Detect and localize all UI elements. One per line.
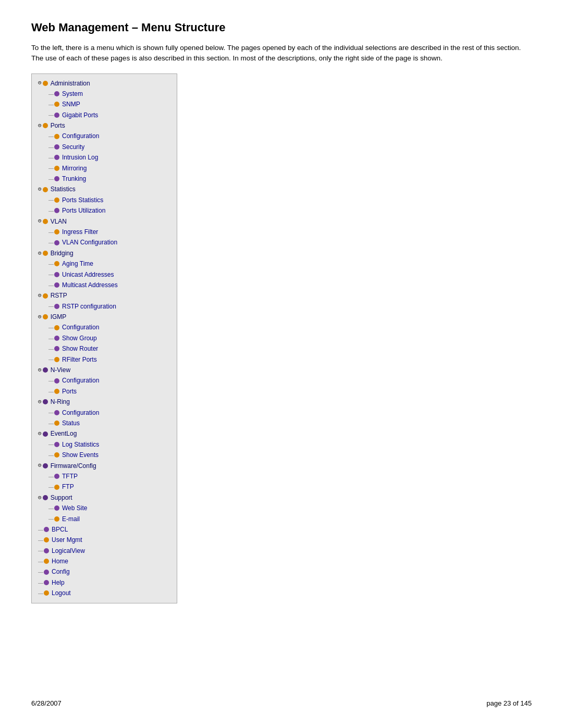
tree-item[interactable]: —Configuration: [38, 131, 170, 141]
bullet: [54, 240, 59, 245]
connector: —: [48, 483, 54, 491]
tree-item[interactable]: —Security: [38, 142, 170, 152]
item-label: Web Site: [62, 503, 87, 513]
tree-item[interactable]: —Show Group: [38, 333, 170, 343]
tree-item[interactable]: ⊝N-View: [38, 365, 170, 375]
connector: —: [48, 408, 54, 417]
tree-item[interactable]: —Home: [38, 556, 170, 566]
bullet: [54, 261, 59, 266]
bullet: [54, 357, 59, 362]
bullet: [54, 134, 59, 139]
tree-item[interactable]: —Logout: [38, 588, 170, 598]
tree-item[interactable]: —Configuration: [38, 375, 170, 386]
connector: —: [48, 376, 54, 385]
connector: —: [38, 578, 43, 587]
bullet: [43, 314, 48, 319]
tree-item[interactable]: ⊝IGMP: [38, 312, 170, 322]
item-label: RFilter Ports: [62, 354, 97, 365]
tree-item[interactable]: ⊝Support: [38, 492, 170, 503]
connector: —: [48, 344, 54, 353]
tree-item[interactable]: —Log Statistics: [38, 439, 170, 450]
tree-item[interactable]: —RSTP configuration: [38, 301, 170, 312]
bullet: [54, 442, 59, 447]
tree-item[interactable]: —Show Router: [38, 343, 170, 354]
tree-item[interactable]: —Aging Time: [38, 258, 170, 269]
tree-item[interactable]: —Show Events: [38, 450, 170, 460]
bullet: [54, 166, 59, 171]
tree-item[interactable]: ⊝Firmware/Config: [38, 461, 170, 471]
item-label: Configuration: [62, 131, 99, 141]
item-label: Config: [52, 566, 70, 577]
tree-item[interactable]: —Ports: [38, 386, 170, 397]
tree-item[interactable]: —SNMP: [38, 99, 170, 109]
tree-item[interactable]: ⊝N-Ring: [38, 397, 170, 407]
tree-item[interactable]: —Config: [38, 566, 170, 577]
item-label: EventLog: [51, 428, 77, 439]
tree-item[interactable]: —Mirroring: [38, 163, 170, 174]
footer-date: 6/28/2007: [31, 699, 62, 707]
item-label: Ports: [62, 386, 77, 397]
tree-item[interactable]: —Configuration: [38, 322, 170, 332]
connector: —: [48, 238, 54, 247]
tree-item[interactable]: —VLAN Configuration: [38, 237, 170, 248]
bullet: [54, 272, 59, 277]
tree-item[interactable]: —E-mail: [38, 514, 170, 524]
connector: —: [48, 164, 54, 172]
tree-item[interactable]: —Intrusion Log: [38, 152, 170, 163]
tree-item[interactable]: ⊝VLAN: [38, 216, 170, 227]
bullet: [54, 176, 59, 181]
connector: —: [48, 260, 54, 268]
item-label: VLAN Configuration: [62, 237, 117, 248]
tree-item[interactable]: —System: [38, 89, 170, 99]
bullet: [44, 559, 49, 564]
item-label: BPCL: [52, 524, 68, 535]
connector: —: [48, 175, 54, 183]
bullet: [54, 336, 59, 341]
item-label: Home: [52, 556, 68, 566]
bullet: [43, 187, 48, 192]
connector: —: [48, 514, 54, 523]
bullet: [54, 505, 59, 511]
connector: —: [38, 536, 43, 545]
bullet: [54, 208, 59, 213]
tree-item[interactable]: —Ports Utilization: [38, 205, 170, 216]
connector: —: [48, 504, 54, 513]
tree-item[interactable]: —Ports Statistics: [38, 195, 170, 205]
tree-item[interactable]: —TFTP: [38, 471, 170, 482]
tree-item[interactable]: —Configuration: [38, 408, 170, 418]
connector: —: [48, 419, 54, 428]
bullet: [43, 495, 48, 500]
tree-item[interactable]: ⊝Bridging: [38, 248, 170, 258]
connector: —: [38, 567, 43, 576]
bullet: [54, 155, 59, 160]
tree-item[interactable]: —Gigabit Ports: [38, 110, 170, 120]
tree-item[interactable]: —BPCL: [38, 524, 170, 535]
menu-tree: ⊝Administration—System—SNMP—Gigabit Port…: [31, 73, 177, 603]
tree-item[interactable]: —Help: [38, 577, 170, 588]
connector: —: [48, 281, 54, 290]
tree-item[interactable]: —Multicast Addresses: [38, 280, 170, 290]
item-label: Firmware/Config: [51, 461, 96, 471]
tree-item[interactable]: ⊝Statistics: [38, 184, 170, 194]
connector: —: [48, 334, 54, 343]
tree-item[interactable]: ⊝RSTP: [38, 290, 170, 301]
tree-item[interactable]: —Web Site: [38, 503, 170, 513]
tree-item[interactable]: —Unicast Addresses: [38, 269, 170, 280]
item-label: Configuration: [62, 408, 99, 418]
connector: —: [38, 546, 43, 555]
tree-item[interactable]: —FTP: [38, 482, 170, 492]
item-label: Configuration: [62, 322, 99, 332]
tree-item[interactable]: —LogicalView: [38, 546, 170, 556]
item-label: Intrusion Log: [62, 152, 98, 163]
tree-item[interactable]: ⊝Administration: [38, 78, 170, 89]
tree-item[interactable]: ⊝Ports: [38, 120, 170, 131]
tree-item[interactable]: —Trunking: [38, 174, 170, 184]
tree-item[interactable]: —Ingress Filter: [38, 227, 170, 237]
tree-item[interactable]: ⊝EventLog: [38, 428, 170, 439]
bullet: [43, 81, 48, 86]
tree-item[interactable]: —Status: [38, 418, 170, 428]
tree-item[interactable]: —RFilter Ports: [38, 354, 170, 365]
item-label: Administration: [51, 78, 90, 89]
tree-item[interactable]: —User Mgmt: [38, 535, 170, 545]
bullet: [54, 113, 59, 118]
